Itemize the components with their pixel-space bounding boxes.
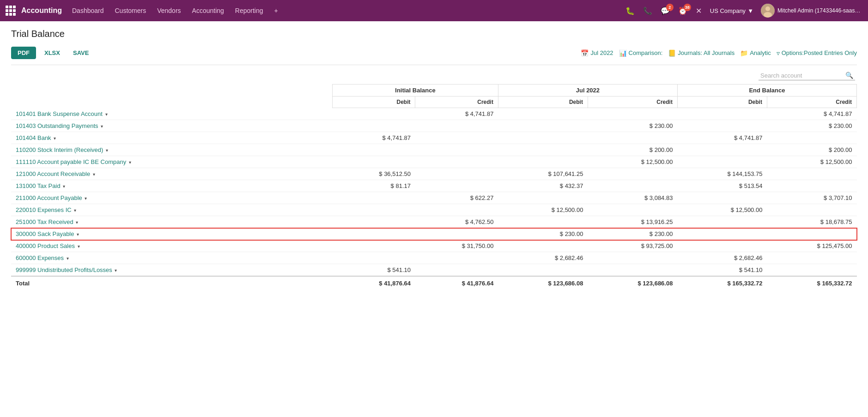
- company-selector[interactable]: US Company ▼: [706, 7, 757, 14]
- date-filter-label: Jul 2022: [590, 49, 613, 56]
- ib-debit-cell: [333, 144, 415, 156]
- account-cell[interactable]: 400000 Product Sales ▾: [11, 240, 333, 252]
- table-row: 131000 Tax Paid ▾$ 81.17$ 432.37$ 513.54: [11, 180, 857, 192]
- jul-debit-cell: [498, 156, 588, 168]
- account-cell[interactable]: 251000 Tax Received ▾: [11, 216, 333, 228]
- end-debit-cell: [677, 120, 767, 132]
- analytic-icon: 📁: [740, 49, 748, 57]
- end-debit-cell: [677, 192, 767, 204]
- table-header-group: Initial Balance Jul 2022 End Balance: [11, 85, 857, 97]
- dropdown-arrow: ▾: [76, 220, 78, 225]
- svg-point-2: [764, 12, 772, 18]
- options-filter[interactable]: ▿ Options:Posted Entries Only: [777, 49, 857, 57]
- end-debit-header: Debit: [677, 97, 767, 108]
- company-chevron: ▼: [747, 7, 753, 14]
- close-icon-btn[interactable]: ✕: [693, 5, 704, 17]
- jul-debit-cell: [498, 240, 588, 252]
- page-content: Trial Balance PDF XLSX SAVE 📅 Jul 2022 📊…: [0, 21, 868, 297]
- search-icon[interactable]: 🔍: [845, 72, 853, 79]
- total-jul-credit: $ 123,686.08: [588, 276, 677, 290]
- jul-credit-cell: [588, 168, 677, 180]
- account-cell[interactable]: 110200 Stock Interim (Received) ▾: [11, 144, 333, 156]
- user-menu[interactable]: Mitchell Admin (17433446-saas-15-2-a: [759, 4, 862, 18]
- jul-debit-cell: [498, 108, 588, 120]
- end-debit-cell: [677, 108, 767, 120]
- top-navigation: Accounting Dashboard Customers Vendors A…: [0, 0, 868, 21]
- end-balance-header: End Balance: [677, 85, 856, 97]
- page-title: Trial Balance: [11, 29, 857, 39]
- total-ib-debit: $ 41,876.64: [333, 276, 415, 290]
- search-input[interactable]: [760, 72, 844, 79]
- account-cell[interactable]: 101403 Outstanding Payments ▾: [11, 120, 333, 132]
- dropdown-arrow: ▾: [101, 124, 103, 129]
- apps-grid-icon[interactable]: [6, 6, 16, 16]
- jul-credit-cell: $ 13,916.25: [588, 216, 677, 228]
- comparison-filter[interactable]: 📊 Comparison:: [619, 49, 663, 57]
- jul-debit-cell: [498, 120, 588, 132]
- phone-icon-btn[interactable]: 📞: [640, 5, 655, 17]
- trial-balance-table: Initial Balance Jul 2022 End Balance Deb…: [11, 84, 857, 290]
- end-credit-cell: [767, 228, 856, 240]
- initial-balance-header: Initial Balance: [333, 85, 498, 97]
- nav-customers[interactable]: Customers: [110, 0, 151, 21]
- nav-reporting[interactable]: Reporting: [231, 0, 268, 21]
- dropdown-arrow: ▾: [93, 172, 95, 177]
- user-avatar: [761, 4, 775, 18]
- table-row: 111110 Account payable IC BE Company ▾$ …: [11, 156, 857, 168]
- jul2022-header: Jul 2022: [498, 85, 677, 97]
- nav-accounting[interactable]: Accounting: [188, 0, 229, 21]
- activities-badge: 38: [684, 4, 691, 11]
- xlsx-button[interactable]: XLSX: [40, 47, 65, 59]
- app-name: Accounting: [21, 6, 62, 15]
- end-credit-cell: [767, 252, 856, 264]
- journals-label: Journals: All Journals: [678, 49, 734, 56]
- chart-icon: 📊: [619, 49, 627, 57]
- account-cell[interactable]: 300000 Sack Payable ▾: [11, 228, 333, 240]
- jul-credit-cell: [588, 132, 677, 144]
- nav-vendors[interactable]: Vendors: [152, 0, 185, 21]
- app-logo[interactable]: Accounting: [6, 6, 62, 16]
- toolbar-divider: [11, 65, 857, 65]
- jul-credit-cell: $ 93,725.00: [588, 240, 677, 252]
- table-body: 101401 Bank Suspense Account ▾$ 4,741.87…: [11, 108, 857, 277]
- journals-filter[interactable]: 📒 Journals: All Journals: [668, 49, 734, 57]
- account-cell[interactable]: 220010 Expenses IC ▾: [11, 204, 333, 216]
- dropdown-arrow: ▾: [105, 112, 108, 117]
- total-end-debit: $ 165,332.72: [677, 276, 767, 290]
- activities-icon-btn[interactable]: ⏰ 38: [675, 5, 690, 17]
- bug-icon-btn[interactable]: 🐛: [623, 5, 637, 17]
- ib-debit-header: Debit: [333, 97, 415, 108]
- end-debit-cell: $ 12,500.00: [677, 204, 767, 216]
- dropdown-arrow: ▾: [129, 160, 131, 165]
- end-debit-cell: [677, 144, 767, 156]
- ib-credit-cell: [415, 180, 498, 192]
- end-debit-cell: $ 513.54: [677, 180, 767, 192]
- account-cell[interactable]: 101401 Bank Suspense Account ▾: [11, 108, 333, 120]
- nav-dashboard[interactable]: Dashboard: [67, 0, 109, 21]
- total-end-credit: $ 165,332.72: [767, 276, 856, 290]
- search-bar: 🔍: [759, 71, 855, 80]
- messages-icon-btn[interactable]: 💬 2: [658, 5, 673, 17]
- account-cell[interactable]: 121000 Account Receivable ▾: [11, 168, 333, 180]
- jul-debit-cell: [498, 132, 588, 144]
- account-cell[interactable]: 211000 Account Payable ▾: [11, 192, 333, 204]
- date-filter[interactable]: 📅 Jul 2022: [581, 49, 613, 57]
- ib-debit-cell: [333, 204, 415, 216]
- total-jul-debit: $ 123,686.08: [498, 276, 588, 290]
- account-cell[interactable]: 999999 Undistributed Profits/Losses ▾: [11, 264, 333, 277]
- svg-point-1: [765, 6, 770, 11]
- ib-debit-cell: $ 36,512.50: [333, 168, 415, 180]
- account-cell[interactable]: 111110 Account payable IC BE Company ▾: [11, 156, 333, 168]
- analytic-filter[interactable]: 📁 Analytic: [740, 49, 771, 57]
- save-button[interactable]: SAVE: [68, 47, 93, 59]
- dropdown-arrow: ▾: [63, 184, 65, 189]
- nav-add[interactable]: +: [270, 0, 283, 21]
- account-cell[interactable]: 101404 Bank ▾: [11, 132, 333, 144]
- end-debit-cell: [677, 228, 767, 240]
- jul-debit-cell: $ 432.37: [498, 180, 588, 192]
- account-cell[interactable]: 600000 Expenses ▾: [11, 252, 333, 264]
- account-cell[interactable]: 131000 Tax Paid ▾: [11, 180, 333, 192]
- pdf-button[interactable]: PDF: [11, 47, 36, 59]
- jul-debit-cell: $ 2,682.46: [498, 252, 588, 264]
- ib-credit-cell: $ 31,750.00: [415, 240, 498, 252]
